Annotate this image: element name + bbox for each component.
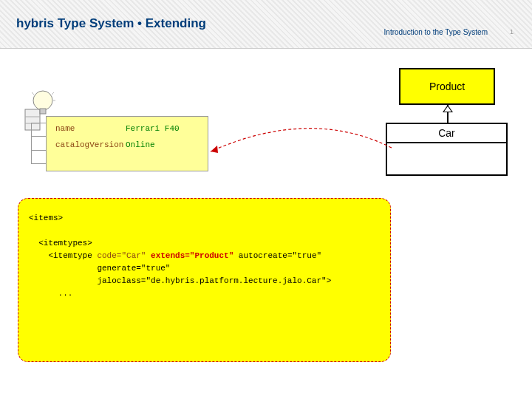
code-line: jaloclass="de.hybris.platform.lecture.ja… [29,275,380,287]
instance-arrow-icon [207,115,399,159]
svg-rect-5 [40,109,46,114]
code-highlight-extends: extends="Product" [146,251,233,260]
code-line: <itemtypes> [29,237,380,250]
code-highlight-code: code="Car" [97,251,146,260]
svg-marker-0 [211,146,218,153]
page-header: hybris Type System • Extending Introduct… [0,0,532,49]
page-number: 1 [510,28,514,35]
instance-key: name [55,124,126,133]
xml-code-block: <items> <itemtypes> <itemtype code="Car"… [18,198,391,362]
page-subtitle: Introduction to the Type System [384,28,488,36]
uml-product-label: Product [429,81,465,92]
svg-line-8 [52,92,54,95]
uml-car-class: Car [386,123,508,176]
instance-row: catalogVersion Online [55,140,199,149]
instance-val: Ferrari F40 [126,124,180,133]
instance-detail-box: name Ferrari F40 catalogVersion Online [46,116,208,171]
code-line: ... [29,287,380,300]
table-strip-icon [31,123,47,164]
uml-product-class: Product [399,68,495,105]
code-line: generate="true" [29,262,380,275]
svg-line-7 [32,92,34,95]
instance-key: catalogVersion [55,140,126,149]
code-line: <itemtype code="Car" extends="Product" a… [29,250,380,262]
code-line: <items> [29,212,380,225]
uml-car-label: Car [387,124,506,143]
instance-row: name Ferrari F40 [55,124,199,133]
instance-val: Online [126,140,155,149]
uml-inherit-arrow-icon [443,105,453,112]
svg-point-4 [33,91,52,110]
